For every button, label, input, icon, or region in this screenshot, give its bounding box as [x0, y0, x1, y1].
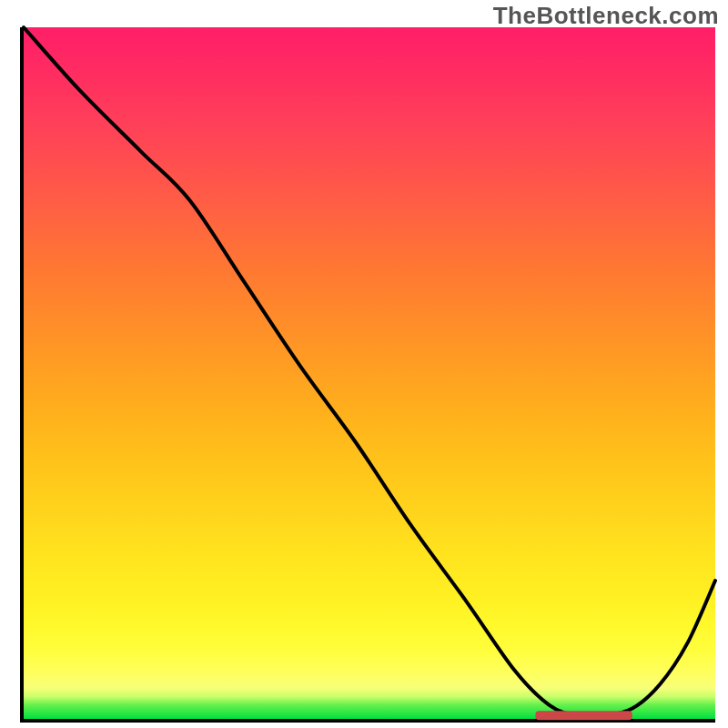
plot-area: [20, 27, 715, 723]
watermark-text: TheBottleneck.com: [493, 2, 719, 30]
chart-canvas: TheBottleneck.com: [0, 0, 728, 728]
curve-svg: [24, 27, 715, 719]
optimal-band-marker: [535, 711, 632, 720]
bottleneck-curve: [24, 27, 715, 716]
